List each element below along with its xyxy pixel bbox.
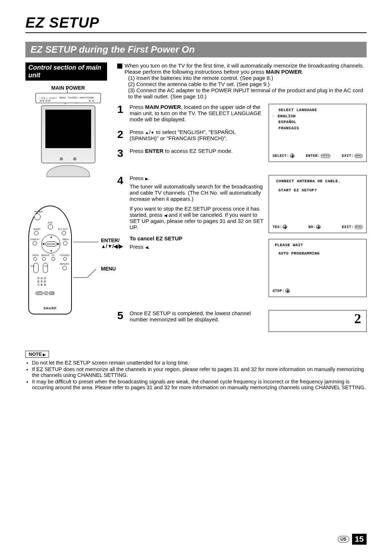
- arrow-left-icon: [164, 212, 167, 218]
- tv-illustration: — VOL + V CH ∧ MENU TV/VIDEO MAIN POWER …: [25, 93, 111, 191]
- intro-block: When you turn on the TV for the first ti…: [117, 62, 367, 99]
- left-column: Control section of main unit MAIN POWER …: [25, 62, 111, 336]
- arrow-up-icon: [145, 129, 149, 135]
- step-4-text: Press . The tuner will automatically sea…: [130, 175, 269, 250]
- step-3-number: 3: [117, 148, 130, 159]
- osd-select-language: SELECT LANGUAGE ☞ENGLISH ESPAÑOL FRANCAI…: [269, 104, 367, 162]
- osd-connect-antenna: CONNECT ANTENNA OR CABLE. START EZ SETUP…: [269, 175, 367, 233]
- step-1-number: 1: [117, 104, 130, 122]
- arrows-pointer-label: ▲/▼/◀/▶: [101, 243, 123, 249]
- enter-pointer-label: ENTER/: [101, 237, 123, 243]
- note-block: NOTE Do not let the EZ SETUP screen rema…: [25, 351, 367, 390]
- osd-result-channel: 2: [269, 310, 367, 332]
- osd-please-wait: PLEASE WAIT AUTO PROGRAMMING STOP:: [269, 239, 367, 297]
- note-bullet-3: It may be difficult to preset when the b…: [32, 379, 367, 390]
- note-bullet-2: If EZ SETUP does not memorize all the ch…: [32, 366, 367, 378]
- cancel-heading: To cancel EZ SETUP: [130, 235, 183, 241]
- intro-sub-2: (2) Connect the antenna cable to the TV …: [128, 81, 367, 87]
- remote-illustration: POWER SUB SLEEP PIC. FLIP DISPLAY ENTER …: [25, 206, 111, 336]
- control-section-label: Control section of main unit: [25, 62, 107, 81]
- dpad-icon: [283, 225, 287, 229]
- note-bullet-1: Do not let the EZ SETUP screen remain un…: [32, 360, 367, 366]
- right-area: When you turn on the TV for the first ti…: [117, 62, 367, 336]
- step-3-text: Press ENTER to access EZ SETUP mode.: [130, 148, 269, 159]
- arrow-right-icon: [145, 175, 148, 181]
- bullet-square-icon: [117, 64, 122, 69]
- menu-pointer-label: MENU: [101, 266, 116, 272]
- page-number: 15: [352, 534, 367, 545]
- dpad-icon: [316, 225, 320, 229]
- step-2-text: Press / to select "ENGLISH", "ESPAÑOL (S…: [130, 129, 269, 141]
- step-5-number: 5: [117, 310, 130, 322]
- dpad-icon: [290, 154, 294, 158]
- arrow-down-icon: [151, 129, 155, 135]
- intro-line1: When you turn on the TV for the first ti…: [124, 62, 364, 69]
- main-power-label: MAIN POWER: [25, 85, 111, 91]
- arrow-left-icon-2: [145, 244, 148, 250]
- step-2-number: 2: [117, 129, 130, 141]
- region-badge: US: [338, 536, 349, 542]
- intro-sub-3: (3) Connect the AC adapter to the POWER …: [128, 87, 367, 99]
- page-footer: US 15: [338, 534, 367, 545]
- section-heading: EZ SETUP during the First Power On: [25, 42, 367, 57]
- note-chip: NOTE: [25, 351, 49, 358]
- intro-sub-1: (1) Insert the batteries into the remote…: [128, 75, 367, 81]
- dpad-icon: [285, 289, 290, 293]
- page-title: EZ SETUP: [25, 15, 367, 33]
- step-5-text: Once EZ SETUP is completed, the lowest c…: [130, 310, 269, 322]
- step-1-text: Press MAIN POWER, located on the upper s…: [130, 104, 269, 122]
